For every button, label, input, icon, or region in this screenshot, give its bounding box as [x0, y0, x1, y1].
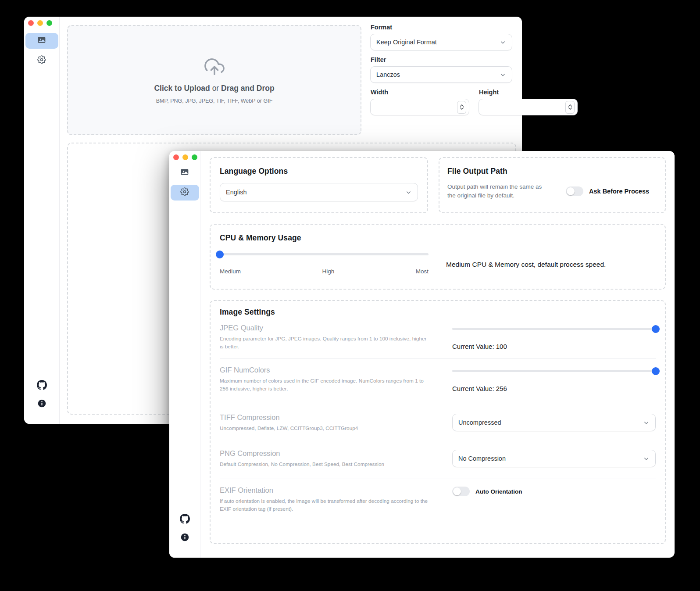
tick-label-high: High	[322, 268, 334, 275]
jpeg-quality-current-value: Current Value: 100	[452, 343, 656, 350]
images-icon	[37, 36, 46, 46]
desktop-background: Click to Upload or Drag and Drop BMP, PN…	[0, 0, 700, 591]
slider-thumb[interactable]	[652, 325, 660, 333]
chevron-down-icon	[500, 72, 506, 78]
images-icon	[180, 168, 189, 178]
format-select[interactable]: Keep Original Format	[370, 34, 512, 50]
auto-orientation-toggle[interactable]	[452, 487, 470, 496]
png-compression-value: No Compression	[458, 455, 506, 462]
up-down-stepper-icon[interactable]	[457, 101, 466, 114]
upload-title: Click to Upload or Drag and Drop	[154, 84, 274, 93]
cpu-memory-title: CPU & Memory Usage	[220, 233, 656, 243]
setting-row-jpeg-quality: JPEG Quality Encoding parameter for JPG,…	[220, 317, 656, 359]
gif-numcolors-current-value: Current Value: 256	[452, 385, 656, 392]
height-label: Height	[479, 89, 578, 96]
file-output-path-panel: File Output Path Output path will remain…	[439, 157, 666, 213]
cpu-status-text: Medium CPU & Memory cost, default proces…	[446, 253, 606, 275]
up-down-stepper-icon[interactable]	[565, 101, 575, 114]
gif-numcolors-slider[interactable]	[452, 370, 656, 372]
window-controls	[173, 154, 197, 160]
settings-gear-icon	[37, 55, 46, 66]
setting-title: JPEG Quality	[220, 324, 429, 332]
height-field-wrap	[479, 99, 578, 115]
setting-title: GIF NumColors	[220, 366, 429, 374]
setting-row-png-compression: PNG Compression Default Compression, No …	[220, 442, 656, 479]
slider-thumb[interactable]	[652, 367, 660, 375]
output-path-description: Output path will remain the same as the …	[447, 183, 551, 201]
github-icon[interactable]	[37, 380, 47, 392]
language-options-panel: Language Options English	[210, 157, 428, 213]
sidebar-item-images[interactable]	[171, 165, 199, 181]
ask-before-process-toggle[interactable]	[566, 186, 583, 196]
setting-title: PNG Compression	[220, 449, 429, 458]
setting-row-exif-orientation: EXIF Orientation If auto orientation is …	[220, 479, 656, 521]
ask-before-process-label: Ask Before Process	[589, 188, 649, 195]
sidebar-nav	[169, 165, 200, 201]
close-button[interactable]	[173, 154, 179, 160]
zoom-button[interactable]	[46, 20, 52, 26]
setting-description: Uncompressed, Deflate, LZW, CCITTGroup3,…	[220, 425, 429, 433]
setting-description: Default Compression, No Compression, Bes…	[220, 461, 429, 469]
width-field-wrap	[370, 99, 469, 115]
format-label: Format	[371, 24, 512, 31]
sidebar-item-images[interactable]	[25, 33, 58, 49]
format-select-value: Keep Original Format	[376, 39, 437, 46]
cpu-memory-panel: CPU & Memory Usage Medium High Most Medi…	[210, 224, 666, 290]
setting-title: EXIF Orientation	[220, 486, 429, 494]
sidebar-item-settings[interactable]	[171, 185, 199, 201]
close-button[interactable]	[28, 20, 34, 26]
tick-label-most: Most	[416, 268, 429, 275]
filter-select[interactable]: Lanczos	[370, 66, 512, 83]
image-settings-title: Image Settings	[220, 308, 656, 317]
info-icon[interactable]	[37, 399, 46, 410]
width-input[interactable]	[376, 103, 457, 111]
image-settings-panel: Image Settings JPEG Quality Encoding par…	[210, 300, 666, 544]
filter-select-value: Lanczos	[376, 71, 400, 78]
cloud-upload-icon	[204, 57, 225, 79]
setting-title: TIFF Compression	[220, 413, 429, 422]
sidebar-footer	[169, 514, 200, 544]
chevron-down-icon	[405, 189, 412, 196]
png-compression-select[interactable]: No Compression	[452, 450, 656, 467]
auto-orientation-label: Auto Orientation	[475, 488, 522, 495]
github-icon[interactable]	[180, 514, 190, 526]
sidebar	[24, 17, 60, 424]
tiff-compression-value: Uncompressed	[458, 419, 501, 426]
setting-description: Maximum number of colors used in the GIF…	[220, 377, 429, 393]
tick-label-medium: Medium	[220, 268, 241, 275]
filter-label: Filter	[371, 56, 512, 63]
minimize-button[interactable]	[37, 20, 43, 26]
upload-dropzone[interactable]: Click to Upload or Drag and Drop BMP, PN…	[67, 25, 361, 135]
chevron-down-icon	[643, 419, 650, 426]
zoom-button[interactable]	[192, 154, 197, 160]
setting-row-gif-numcolors: GIF NumColors Maximum number of colors u…	[220, 359, 656, 406]
settings-gear-icon	[180, 187, 189, 198]
settings-window: Language Options English File Output Pat…	[169, 151, 675, 558]
minimize-button[interactable]	[182, 154, 188, 160]
upload-supported-formats: BMP, PNG, JPG, JPEG, TIF, TIFF, WebP or …	[156, 98, 273, 104]
window-controls	[28, 20, 52, 26]
info-icon[interactable]	[180, 533, 189, 544]
height-input[interactable]	[484, 103, 565, 111]
chevron-down-icon	[643, 455, 650, 462]
tiff-compression-select[interactable]: Uncompressed	[452, 414, 656, 431]
cpu-memory-slider[interactable]	[220, 253, 429, 255]
setting-description: If auto orientation is enabled, the imag…	[220, 498, 429, 513]
sidebar-nav	[24, 33, 59, 68]
file-output-path-title: File Output Path	[447, 167, 657, 176]
setting-row-tiff-compression: TIFF Compression Uncompressed, Deflate, …	[220, 406, 656, 442]
cpu-slider-ticks: Medium High Most	[220, 268, 429, 275]
language-options-title: Language Options	[220, 167, 418, 176]
chevron-down-icon	[500, 39, 506, 46]
setting-description: Encoding parameter for JPG, JPEG images.…	[220, 335, 429, 351]
sidebar-item-settings[interactable]	[25, 53, 58, 68]
conversion-options: Format Keep Original Format Filter Lancz…	[370, 24, 512, 115]
sidebar	[169, 151, 200, 558]
width-label: Width	[371, 89, 469, 96]
slider-thumb[interactable]	[216, 251, 224, 258]
jpeg-quality-slider[interactable]	[452, 328, 656, 330]
language-select[interactable]: English	[220, 183, 418, 201]
language-select-value: English	[226, 189, 247, 196]
sidebar-footer	[24, 380, 59, 410]
